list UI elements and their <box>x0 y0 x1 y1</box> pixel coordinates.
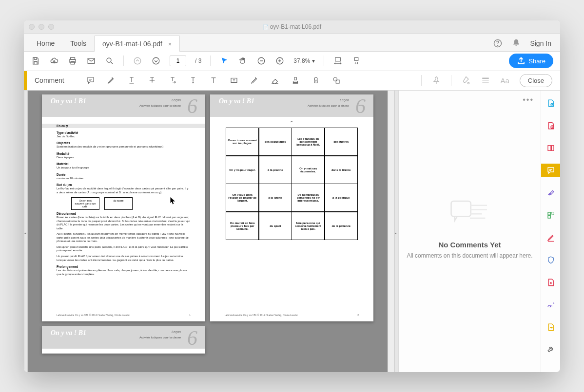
fit-page-icon[interactable] <box>351 56 361 66</box>
tab-document[interactable]: oyv-B1-mat-L06.pdf × <box>94 36 180 52</box>
svg-point-7 <box>134 57 141 64</box>
close-comment-button[interactable]: Close <box>520 74 552 87</box>
svg-rect-28 <box>548 215 550 218</box>
pdf-page-3: On y va ! B1 Leçon Activités ludiques po… <box>42 326 205 354</box>
save-icon[interactable] <box>31 56 40 66</box>
rail-fill-sign-icon[interactable] <box>541 186 561 200</box>
insert-text-icon[interactable] <box>188 75 198 85</box>
svg-rect-25 <box>551 145 554 150</box>
search-icon[interactable] <box>105 56 115 66</box>
comments-empty-sub: All comments on this document will appea… <box>407 252 532 260</box>
svg-point-15 <box>333 77 337 81</box>
rail-combine-icon[interactable] <box>541 119 561 132</box>
rail-compress-icon[interactable] <box>541 276 561 289</box>
hand-tool-icon[interactable] <box>238 56 248 66</box>
rail-create-pdf-icon[interactable] <box>541 96 561 110</box>
tab-home[interactable]: Home <box>29 36 62 51</box>
pin-icon[interactable] <box>431 75 441 85</box>
tab-tools[interactable]: Tools <box>62 36 94 51</box>
svg-point-14 <box>314 77 317 80</box>
app-window: oyv-B1-mat-L06.pdf Home Tools oyv-B1-mat… <box>24 20 560 372</box>
right-tool-rail <box>541 91 560 372</box>
card-grid: On en trouve souvent sur les plages. des… <box>226 128 358 240</box>
window-title: oyv-B1-mat-L06.pdf <box>24 23 560 30</box>
strikethrough-icon[interactable] <box>147 75 157 85</box>
line-weight-icon[interactable] <box>481 75 490 85</box>
mail-icon[interactable] <box>86 56 96 66</box>
comments-empty-icon <box>448 198 492 232</box>
svg-rect-17 <box>451 201 470 217</box>
close-window-icon[interactable] <box>29 24 35 30</box>
svg-rect-11 <box>335 57 341 61</box>
page-total: / 3 <box>195 57 201 64</box>
document-viewport[interactable]: On y va ! B1 Leçon Activités ludiques po… <box>28 91 388 372</box>
panel-menu-icon[interactable]: ••• <box>523 95 534 104</box>
rail-edit-pdf-icon[interactable] <box>541 141 561 155</box>
notifications-icon[interactable] <box>511 38 521 48</box>
pdf-page-2: On y va ! B1 Leçon Activités ludiques po… <box>210 94 373 321</box>
eraser-icon[interactable] <box>270 75 280 85</box>
zoom-out-icon[interactable] <box>256 56 266 66</box>
scrollbar-vertical[interactable] <box>388 91 394 372</box>
shapes-icon[interactable] <box>331 75 341 85</box>
rail-protect-icon[interactable] <box>541 253 561 267</box>
doc-lesson-num: 6 <box>187 94 197 118</box>
minimize-window-icon[interactable] <box>39 24 44 30</box>
pdf-page-1: On y va ! B1 Leçon Activités ludiques po… <box>42 94 205 321</box>
page-up-icon[interactable] <box>133 56 142 66</box>
stamp-icon[interactable] <box>291 75 300 85</box>
rail-organize-icon[interactable] <box>541 208 561 222</box>
font-icon[interactable]: Aa <box>500 75 510 85</box>
rail-export-icon[interactable] <box>541 320 561 334</box>
svg-rect-24 <box>548 145 551 150</box>
zoom-level-dropdown[interactable]: 37.8% ▾ <box>293 57 315 64</box>
text-box-icon[interactable] <box>229 75 239 85</box>
window-controls <box>29 24 54 30</box>
help-icon[interactable] <box>493 38 503 48</box>
right-pane-toggle[interactable] <box>394 91 398 372</box>
text-comment-icon[interactable] <box>209 75 218 85</box>
rail-more-tools-icon[interactable] <box>541 343 561 356</box>
sticky-note-icon[interactable] <box>86 75 96 85</box>
color-icon[interactable] <box>461 75 471 85</box>
share-button[interactable]: Share <box>509 54 553 68</box>
highlight-icon[interactable] <box>106 75 116 85</box>
rail-redact-icon[interactable] <box>541 231 561 244</box>
doc-lesson-label: Leçon <box>172 98 181 102</box>
left-pane-toggle[interactable] <box>24 91 28 372</box>
content-area: On y va ! B1 Leçon Activités ludiques po… <box>24 91 560 372</box>
print-icon[interactable] <box>68 56 78 66</box>
page-down-icon[interactable] <box>151 56 161 66</box>
chevron-down-icon: ▾ <box>312 57 315 64</box>
maximize-window-icon[interactable] <box>48 24 54 30</box>
comments-empty-heading: No Comments Yet <box>438 241 501 249</box>
doc-subtitle: Activités ludiques pour la classe <box>139 104 181 107</box>
rail-sign-icon[interactable] <box>541 298 561 312</box>
fit-width-icon[interactable] <box>333 56 343 66</box>
underline-icon[interactable] <box>127 75 136 85</box>
cloud-icon[interactable] <box>49 56 59 66</box>
svg-rect-26 <box>548 212 550 215</box>
svg-point-1 <box>498 45 498 45</box>
sign-in-link[interactable]: Sign In <box>530 39 551 47</box>
comment-label: Comment <box>27 76 72 84</box>
page-number-input[interactable] <box>170 56 186 66</box>
comment-toolbar: Comment Aa Close <box>24 71 560 91</box>
svg-point-8 <box>153 57 159 64</box>
rail-comment-icon[interactable] <box>541 164 561 177</box>
close-tab-icon[interactable]: × <box>168 41 172 48</box>
titlebar: oyv-B1-mat-L06.pdf <box>24 20 560 34</box>
attach-icon[interactable] <box>311 75 321 85</box>
svg-rect-12 <box>355 57 359 60</box>
tab-document-label: oyv-B1-mat-L06.pdf <box>102 40 162 48</box>
svg-point-6 <box>107 58 111 62</box>
svg-rect-4 <box>71 62 75 64</box>
zoom-in-icon[interactable] <box>275 56 285 66</box>
selection-tool-icon[interactable] <box>219 56 229 66</box>
comments-panel: ••• No Comments Yet All comments on this… <box>398 91 541 372</box>
pencil-icon[interactable] <box>250 75 259 85</box>
tab-bar: Home Tools oyv-B1-mat-L06.pdf × Sign In <box>24 34 560 52</box>
svg-rect-27 <box>551 212 553 215</box>
replace-text-icon[interactable] <box>168 75 177 85</box>
main-toolbar: / 3 37.8% ▾ Share <box>24 52 560 71</box>
